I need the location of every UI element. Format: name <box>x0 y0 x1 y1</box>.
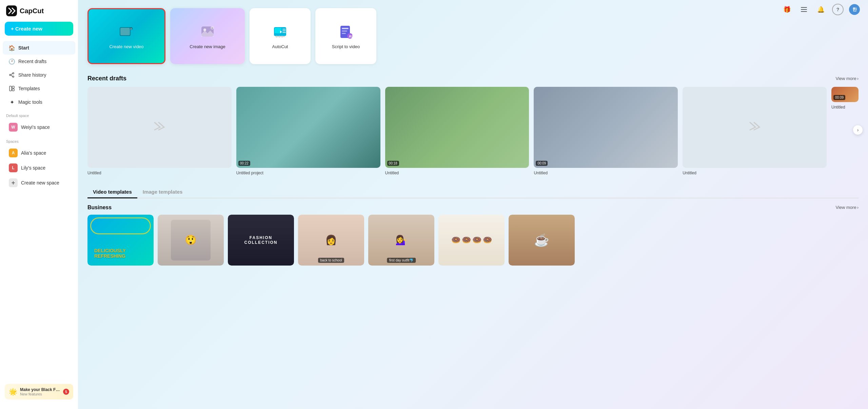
create-new-button[interactable]: + Create new <box>5 22 73 36</box>
alia-avatar: A <box>9 149 18 157</box>
svg-rect-11 <box>120 28 130 35</box>
svg-text:+: + <box>130 27 132 31</box>
templates-section: Video templates Image templates Business… <box>87 186 859 266</box>
svg-rect-21 <box>342 28 349 29</box>
templates-row: DELICIOUSLYREFRESHING 😲 <box>87 215 859 266</box>
bell-icon[interactable]: 🔔 <box>815 4 827 15</box>
script-icon: AI <box>337 23 355 41</box>
lily-space[interactable]: L Lily's space <box>3 160 75 175</box>
share-icon <box>9 72 15 78</box>
draft-title: Untitled <box>534 171 678 175</box>
tab-video-templates[interactable]: Video templates <box>87 186 137 198</box>
draft-item[interactable]: 00:09 Untitled <box>534 87 678 175</box>
draft-item[interactable]: Untitled <box>87 87 232 175</box>
draft-duration: 00:18 <box>387 161 399 166</box>
template-item[interactable]: 😲 <box>158 215 224 266</box>
scroll-right-arrow[interactable]: › <box>853 125 863 135</box>
tab-image-templates[interactable]: Image templates <box>137 186 188 198</box>
business-header: Business View more › <box>87 204 859 211</box>
draft-title: Untitled <box>683 171 827 175</box>
draft-title: Untitled <box>87 171 232 175</box>
svg-rect-1 <box>801 9 807 10</box>
home-icon: 🏠 <box>9 45 15 51</box>
gift-icon[interactable]: 🎁 <box>781 4 793 15</box>
svg-rect-2 <box>801 11 807 12</box>
draft-item[interactable]: 00:22 Untitled project <box>236 87 380 175</box>
notif-sun-icon: 🌟 <box>9 388 17 396</box>
template-item[interactable]: 💁‍♀️ first day outfit🐬 <box>368 215 434 266</box>
sidebar-item-templates[interactable]: Templates <box>3 82 75 95</box>
business-title: Business <box>87 204 112 211</box>
business-view-more[interactable]: View more › <box>835 205 859 210</box>
svg-rect-0 <box>801 7 807 8</box>
template-badge: first day outfit🐬 <box>387 258 416 263</box>
draft-title: Untitled <box>385 171 529 175</box>
create-image-label: Create new image <box>190 44 225 49</box>
lily-avatar: L <box>9 163 18 172</box>
svg-rect-7 <box>9 86 12 91</box>
draft-item[interactable]: Untitled <box>683 87 827 175</box>
spaces-label: Spaces <box>0 135 78 145</box>
recent-drafts-title: Recent drafts <box>87 75 126 82</box>
draft-title: Untitled <box>831 105 859 110</box>
sidebar-item-recent-drafts[interactable]: 🕐 Recent drafts <box>3 55 75 68</box>
draft-title: Untitled project <box>236 171 380 175</box>
template-item[interactable]: 👩 back to school <box>298 215 364 266</box>
create-video-label: Create new video <box>109 44 143 49</box>
autocut-label: AutoCut <box>272 44 288 49</box>
user-avatar[interactable]: 한 <box>849 4 860 15</box>
empty-thumb-icon <box>749 121 761 134</box>
notification-bar[interactable]: 🌟 Make your Black Fri... New features 5 <box>5 384 73 400</box>
sidebar-item-start[interactable]: 🏠 Start <box>3 41 75 55</box>
svg-rect-9 <box>12 89 14 91</box>
sidebar-item-share-history[interactable]: Share history <box>3 68 75 82</box>
empty-thumb-icon <box>153 121 165 134</box>
main-content: + Create new video + Create new image <box>78 0 868 409</box>
draft-duration: 00:09 <box>833 95 845 100</box>
notif-title: Make your Black Fri... <box>20 387 60 392</box>
draft-duration: 00:22 <box>238 161 250 166</box>
template-item[interactable]: ☕ <box>509 215 575 266</box>
draft-item[interactable]: 00:18 Untitled <box>385 87 529 175</box>
create-image-icon: + <box>199 23 216 41</box>
draft-duration: 00:09 <box>536 161 548 166</box>
sidebar-bottom: 🌟 Make your Black Fri... New features 5 <box>0 380 78 404</box>
help-icon[interactable]: ? <box>832 4 844 15</box>
create-video-card[interactable]: + Create new video <box>87 8 165 64</box>
sidebar: CapCut + Create new 🏠 Start 🕐 Recent dra… <box>0 0 78 409</box>
create-video-icon: + <box>118 23 135 41</box>
templates-icon <box>9 85 15 92</box>
script-to-video-card[interactable]: AI Script to video <box>315 8 376 64</box>
create-new-space[interactable]: + Create new space <box>3 175 75 190</box>
recent-drafts-header: Recent drafts View more › <box>87 75 859 82</box>
autocut-icon <box>271 23 289 41</box>
svg-rect-23 <box>342 33 346 34</box>
weiyi-space[interactable]: W Weiyi's space <box>3 120 75 135</box>
create-image-card[interactable]: + Create new image <box>170 8 245 64</box>
app-logo: CapCut <box>0 5 78 22</box>
template-tabs: Video templates Image templates <box>87 186 859 198</box>
svg-text:AI: AI <box>349 34 353 38</box>
template-item[interactable]: DELICIOUSLYREFRESHING <box>87 215 154 266</box>
svg-text:+: + <box>212 27 213 30</box>
drafts-row: Untitled 00:22 Untitled project 00:18 Un… <box>87 87 859 175</box>
template-item[interactable]: 🍩🍩 🍩🍩 <box>438 215 505 266</box>
default-space-label: Default space <box>0 109 78 120</box>
notif-badge: 5 <box>63 389 69 395</box>
autocut-card[interactable]: AutoCut <box>250 8 311 64</box>
plus-icon: + <box>9 178 18 187</box>
weiyi-avatar: W <box>9 123 18 132</box>
menu-icon[interactable] <box>798 4 810 15</box>
svg-rect-22 <box>342 31 347 32</box>
recent-drafts-view-more[interactable]: View more › <box>835 76 859 81</box>
svg-rect-8 <box>12 86 14 88</box>
template-badge: back to school <box>318 258 344 263</box>
sidebar-item-magic-tools[interactable]: ✦ Magic tools <box>3 95 75 109</box>
template-item[interactable]: FASHIONCOLLECTION <box>228 215 294 266</box>
script-to-video-label: Script to video <box>332 44 360 49</box>
notif-subtitle: New features <box>20 392 60 396</box>
alia-space[interactable]: A Alia's space <box>3 145 75 160</box>
business-section: Business View more › DELICIOUSLYREFRESHI… <box>87 204 859 266</box>
magic-icon: ✦ <box>9 99 15 105</box>
clock-icon: 🕐 <box>9 58 15 64</box>
